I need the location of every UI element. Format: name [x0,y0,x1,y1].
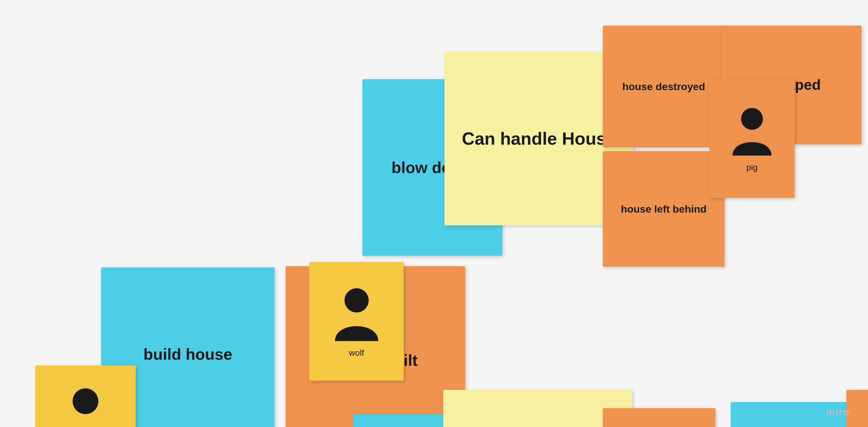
person-card-wolf-1: wolf [309,262,404,381]
svg-point-2 [741,108,763,130]
svg-point-1 [344,288,369,312]
note-house-left-behind[interactable]: house left behind [603,151,724,267]
note-text-house-destroyed: house destroyed [622,81,705,93]
person-icon-pig-2 [728,105,775,161]
svg-point-0 [73,388,99,414]
note-text-build-house: build house [144,345,232,364]
note-text-house-left-behind: house left behind [621,203,706,215]
person-card-pig-1: pig [35,365,136,427]
person-icon-wolf-1 [331,285,383,346]
miro-watermark: miro [826,406,850,418]
person-icon-pig-1 [58,385,113,427]
note-house-destroyed[interactable]: house destroyed [603,26,724,147]
note-text-can-handle-house: Can handle House [462,128,616,149]
person-card-pig-2: pig [709,79,795,198]
note-house-changed[interactable]: house changed [603,408,715,427]
person-label-wolf-1: wolf [349,348,364,358]
person-label-pig-2: pig [746,163,757,172]
